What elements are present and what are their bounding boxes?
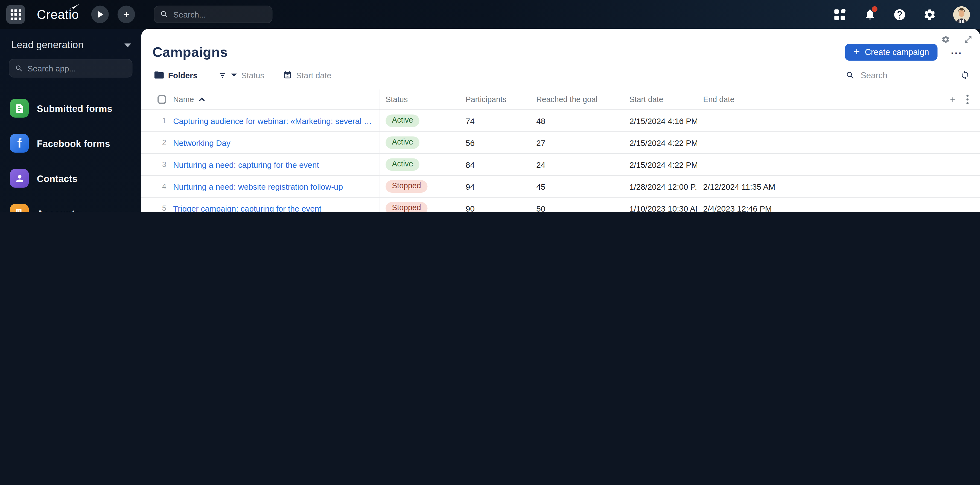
select-all-checkbox[interactable] <box>158 95 166 104</box>
app-window: Creatio + Search... <box>0 0 980 212</box>
topbar-actions <box>833 6 970 23</box>
play-icon <box>97 11 103 18</box>
sidebar-item-facebook-forms[interactable]: Facebook forms <box>0 126 142 161</box>
more-actions-button[interactable]: ... <box>951 46 963 59</box>
expand-icon <box>964 35 973 44</box>
marketplace-apps-button[interactable] <box>833 8 846 21</box>
workspace-name: Lead generation <box>11 40 83 51</box>
plus-icon <box>949 96 957 104</box>
creatio-logo[interactable]: Creatio <box>37 7 79 22</box>
list-search-input[interactable]: Search <box>846 70 955 80</box>
column-label-end-date[interactable]: End date <box>697 95 797 104</box>
column-menu-button[interactable] <box>966 94 969 105</box>
avatar-image <box>953 6 970 23</box>
create-campaign-button[interactable]: + Create campaign <box>845 44 938 61</box>
facebook-icon <box>10 134 29 153</box>
search-icon <box>160 10 169 19</box>
gear-icon <box>941 35 950 44</box>
page-title: Campaigns <box>153 44 228 60</box>
column-label-status[interactable]: Status <box>379 95 460 104</box>
row-number: 4 <box>142 182 173 191</box>
start-date-filter-label: Start date <box>296 70 331 80</box>
reached-goal-value: 48 <box>530 116 623 125</box>
campaign-name-link[interactable]: Trigger campaign: capturing for the even… <box>173 204 321 212</box>
reached-goal-value: 27 <box>530 138 623 147</box>
folder-icon <box>154 71 164 79</box>
add-button[interactable]: + <box>118 6 135 23</box>
start-date-value: 1/10/2023 10:30 AM <box>623 204 697 212</box>
sidebar-item-submitted-forms[interactable]: Submitted forms <box>0 91 142 126</box>
sidebar-item-label: Contacts <box>37 173 78 183</box>
table-header-row: Name Status Participants Reached the goa… <box>142 89 980 110</box>
header-name[interactable]: Name <box>173 89 379 110</box>
search-icon <box>846 70 855 80</box>
app-launcher-button[interactable] <box>6 5 25 24</box>
participants-value: 94 <box>460 182 530 191</box>
expand-button[interactable] <box>964 35 973 44</box>
start-date-value: 2/15/2024 4:16 PM <box>623 116 697 125</box>
app-search-input[interactable]: Search app... <box>9 59 133 78</box>
person-icon <box>10 169 29 188</box>
header-checkbox-cell <box>142 95 173 104</box>
folders-button[interactable]: Folders <box>154 70 198 80</box>
sidebar-item-contacts[interactable]: Contacts <box>0 161 142 196</box>
column-label-start-date[interactable]: Start date <box>623 95 697 104</box>
status-filter-label: Status <box>241 70 264 80</box>
card-tools <box>941 35 972 44</box>
table-row[interactable]: 1 Capturing audience for webinar: «Marke… <box>142 110 980 132</box>
global-search-placeholder: Search... <box>173 10 206 19</box>
table-row[interactable]: 2 Networking Day Active 56 27 2/15/2024 … <box>142 132 980 154</box>
list-search-placeholder: Search <box>861 70 887 80</box>
notifications-button[interactable] <box>863 8 877 21</box>
play-button[interactable] <box>91 6 109 23</box>
search-icon <box>15 64 23 72</box>
help-button[interactable] <box>893 8 906 21</box>
workspace-selector[interactable]: Lead generation <box>0 29 142 51</box>
settings-button[interactable] <box>923 8 936 21</box>
page-settings-button[interactable] <box>941 35 950 44</box>
campaign-name-link[interactable]: Capturing audience for webinar: «Marketi… <box>173 116 372 125</box>
sidebar-item-label: Submitted forms <box>37 103 112 113</box>
header-column-tools <box>949 89 969 110</box>
row-number: 3 <box>142 160 173 169</box>
status-badge: Stopped <box>385 202 427 212</box>
calendar-icon <box>283 70 292 79</box>
table-row[interactable]: 5 Trigger campaign: capturing for the ev… <box>142 198 980 212</box>
create-campaign-label: Create campaign <box>865 48 929 57</box>
campaign-name-link[interactable]: Nurturing a need: capturing for the even… <box>173 160 319 169</box>
status-badge: Active <box>385 158 420 171</box>
start-date-value: 2/15/2024 4:22 PM <box>623 138 697 147</box>
sidebar-item-label: Facebook forms <box>37 138 110 148</box>
column-label-participants[interactable]: Participants <box>460 95 530 104</box>
status-filter[interactable]: Status <box>218 70 264 80</box>
plus-icon: + <box>123 9 130 20</box>
end-date-value: 2/12/2024 11:35 AM <box>697 182 797 191</box>
folders-label: Folders <box>168 70 197 80</box>
participants-value: 56 <box>460 138 530 147</box>
table-row[interactable]: 4 Nurturing a need: website registration… <box>142 176 980 198</box>
refresh-icon <box>960 70 970 80</box>
sidebar: Lead generation Search app... Submitted … <box>0 29 142 212</box>
start-date-filter[interactable]: Start date <box>283 70 331 80</box>
refresh-button[interactable] <box>960 70 970 80</box>
add-column-button[interactable] <box>949 96 957 104</box>
row-number: 1 <box>142 116 173 125</box>
global-search-input[interactable]: Search... <box>154 6 273 23</box>
plus-icon: + <box>854 46 860 57</box>
user-avatar[interactable] <box>953 6 970 23</box>
row-number: 2 <box>142 138 173 147</box>
participants-value: 74 <box>460 116 530 125</box>
column-label-reached[interactable]: Reached the goal <box>530 95 623 104</box>
campaign-name-link[interactable]: Networking Day <box>173 138 231 147</box>
logo-arrow-icon <box>68 3 80 10</box>
start-date-value: 1/28/2024 12:00 P... <box>623 182 697 191</box>
campaign-name-link[interactable]: Nurturing a need: website registration f… <box>173 182 343 191</box>
content-card: Campaigns + Create campaign ... Folders … <box>142 29 980 212</box>
reached-goal-value: 24 <box>530 160 623 169</box>
campaigns-table: Name Status Participants Reached the goa… <box>142 89 980 212</box>
status-badge: Stopped <box>385 180 427 193</box>
vertical-dots-icon <box>966 94 969 105</box>
table-row[interactable]: 3 Nurturing a need: capturing for the ev… <box>142 154 980 176</box>
sidebar-item-accounts[interactable]: Accounts <box>0 196 142 212</box>
participants-value: 84 <box>460 160 530 169</box>
